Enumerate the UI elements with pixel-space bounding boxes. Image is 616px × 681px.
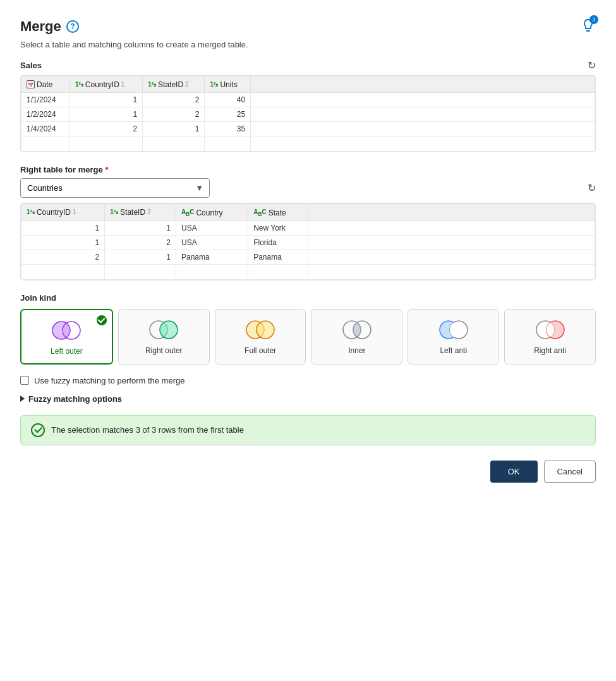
help-icon[interactable]: ? — [66, 20, 79, 33]
sales-table-container: 📅 Date 1²₃ CountryID 1 1²₃ StateID — [20, 75, 596, 152]
fuzzy-options-label: Fuzzy matching options — [28, 394, 122, 404]
sales-col-date[interactable]: 📅 Date — [21, 76, 70, 93]
page-title: Merge — [20, 18, 61, 35]
calendar-icon: 📅 — [27, 80, 35, 88]
join-full-outer[interactable]: Full outer — [215, 309, 306, 365]
header: Merge ? 3 — [20, 18, 596, 35]
table-row: 1/2/20241225 — [21, 107, 595, 121]
fuzzy-checkbox[interactable] — [20, 376, 29, 385]
join-left-anti[interactable]: Left anti — [408, 309, 499, 365]
table-row: 11USANew York — [21, 220, 595, 235]
full-outer-venn — [244, 318, 277, 341]
countries-col-empty — [308, 203, 595, 220]
fuzzy-options-row[interactable]: Fuzzy matching options — [20, 394, 596, 404]
table-row — [21, 136, 595, 151]
right-table-select-wrapper: Countries Sales ▼ — [20, 178, 210, 198]
join-right-anti[interactable]: Right anti — [504, 309, 596, 365]
footer-buttons: OK Cancel — [20, 461, 596, 483]
full-outer-label: Full outer — [245, 346, 276, 355]
inner-label: Inner — [348, 346, 365, 355]
match-check-icon — [31, 423, 45, 437]
countries-refresh-button[interactable]: ↻ — [588, 182, 596, 194]
sales-table-body: 1/1/202412401/2/202412251/4/20242135 — [21, 92, 595, 151]
join-left-outer[interactable]: Left outer — [20, 309, 113, 365]
left-outer-label: Left outer — [51, 347, 83, 356]
match-message: The selection matches 3 of 3 rows from t… — [20, 415, 596, 445]
countries-table-container: 1²₃ CountryID 1 1²₃ StateID 2 ABC Co — [20, 203, 596, 280]
countries-col-countryid[interactable]: 1²₃ CountryID 1 — [21, 203, 105, 220]
fuzzy-matching-row: Use fuzzy matching to perform the merge — [20, 376, 596, 385]
sales-table: 📅 Date 1²₃ CountryID 1 1²₃ StateID — [21, 76, 595, 152]
lightbulb-button[interactable]: 3 — [581, 18, 596, 35]
right-table-label: Right table for merge * — [20, 165, 596, 174]
right-outer-venn — [147, 318, 180, 341]
sales-col-stateid[interactable]: 1²₃ StateID 2 — [143, 76, 205, 93]
countries-col-state[interactable]: ABC State — [248, 203, 308, 220]
sales-col-empty — [251, 76, 595, 93]
fuzzy-label: Use fuzzy matching to perform the merge — [34, 376, 184, 385]
right-outer-label: Right outer — [145, 346, 183, 355]
sales-col-countryid[interactable]: 1²₃ CountryID 1 — [69, 76, 142, 93]
table-row: 1/1/20241240 — [21, 92, 595, 107]
table-row — [21, 264, 595, 279]
left-anti-venn — [437, 318, 470, 341]
ok-button[interactable]: OK — [490, 461, 538, 483]
table-row: 1/4/20242135 — [21, 121, 595, 136]
countries-col-country[interactable]: ABC Country — [176, 203, 248, 220]
join-kind-label: Join kind — [20, 293, 596, 303]
sales-refresh-button[interactable]: ↻ — [588, 59, 596, 71]
fuzzy-options-chevron — [20, 395, 25, 402]
subtitle: Select a table and matching columns to c… — [20, 40, 596, 49]
table-row: 12USAFlorida — [21, 235, 595, 250]
countries-table: 1²₃ CountryID 1 1²₃ StateID 2 ABC Co — [21, 203, 595, 280]
left-anti-label: Left anti — [440, 346, 467, 355]
sales-section-label: Sales ↻ — [20, 59, 596, 71]
right-table-select[interactable]: Countries Sales — [20, 178, 210, 198]
countries-table-header: 1²₃ CountryID 1 1²₃ StateID 2 ABC Co — [21, 203, 595, 220]
right-anti-venn — [534, 318, 567, 341]
sales-label: Sales — [20, 61, 42, 70]
join-options: Left outer Right outer Full outer — [20, 309, 596, 365]
right-anti-label: Right anti — [534, 346, 566, 355]
svg-point-9 — [257, 321, 274, 339]
sales-col-units[interactable]: 1²₃ Units — [205, 76, 251, 93]
title-row: Merge ? — [20, 18, 79, 35]
lightbulb-badge-count: 3 — [589, 15, 598, 24]
countries-col-stateid[interactable]: 1²₃ StateID 2 — [105, 203, 176, 220]
left-outer-venn — [50, 319, 83, 342]
sales-table-header: 📅 Date 1²₃ CountryID 1 1²₃ StateID — [21, 76, 595, 93]
inner-venn — [341, 318, 373, 341]
countries-table-body: 11USANew York12USAFlorida21PanamaPanama — [21, 220, 595, 279]
join-right-outer[interactable]: Right outer — [118, 309, 210, 365]
join-selected-check — [97, 315, 107, 325]
right-table-select-row: Countries Sales ▼ ↻ — [20, 178, 596, 198]
join-inner[interactable]: Inner — [311, 309, 402, 365]
cancel-button[interactable]: Cancel — [544, 461, 596, 483]
table-row: 21PanamaPanama — [21, 250, 595, 264]
match-text: The selection matches 3 of 3 rows from t… — [51, 425, 244, 435]
